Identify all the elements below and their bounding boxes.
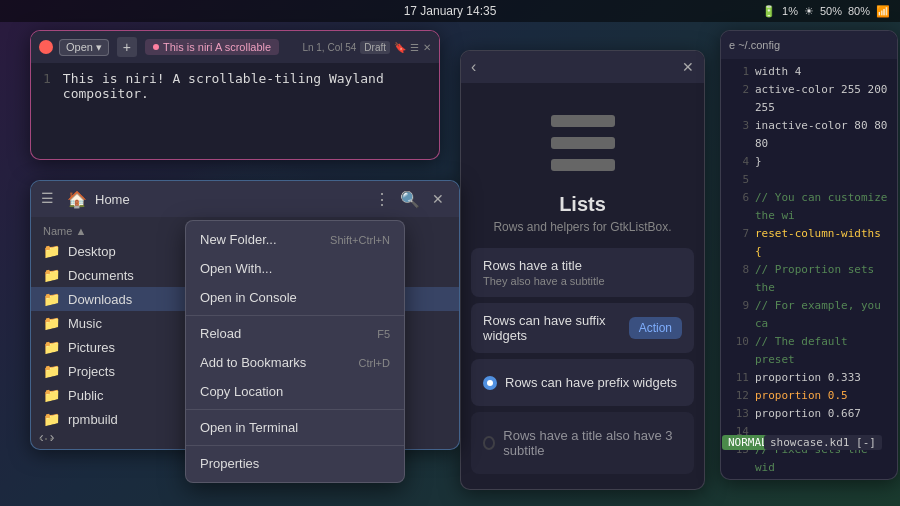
ctx-new-folder[interactable]: New Folder... Shift+Ctrl+N <box>186 225 404 254</box>
topbar: 17 January 14:35 🔋 1% ☀ 50% 80% 📶 <box>0 0 900 22</box>
lists-icon-area <box>461 83 704 193</box>
ctx-item-label: Copy Location <box>200 384 283 399</box>
fm-more-items-icon: ⋯ <box>38 429 54 448</box>
editor-window: Open ▾ + This is niri A scrollable Ln 1,… <box>30 30 440 160</box>
editor-content: 1 This is niri! A scrollable-tiling Wayl… <box>31 63 439 109</box>
ctx-shortcut: Ctrl+D <box>359 357 390 369</box>
ctx-separator-3 <box>186 445 404 446</box>
code-window: e ~/.config 1width 4 2active-color 255 2… <box>720 30 898 480</box>
fm-close-button[interactable]: ✕ <box>427 188 449 210</box>
svg-rect-0 <box>551 115 615 127</box>
editor-bookmark-icon: 🔖 <box>394 42 406 53</box>
editor-menu-icon[interactable]: ☰ <box>410 42 419 53</box>
code-line: 3inactive-color 80 80 80 <box>721 117 897 153</box>
editor-close-button[interactable] <box>39 40 53 54</box>
editor-line-number: 1 <box>43 71 51 101</box>
ctx-item-label: New Folder... <box>200 232 277 247</box>
fm-filename: rpmbuild <box>68 412 118 427</box>
fm-nav-buttons: ‹ › ⋯ <box>31 425 62 449</box>
folder-icon: 📁 <box>43 363 60 379</box>
lists-close-button[interactable]: ✕ <box>682 59 694 75</box>
code-line: 10 // The default preset <box>721 333 897 369</box>
code-line: 11 proportion 0.333 <box>721 369 897 387</box>
lists-row4-title: Rows have a title also have 3 subtitle <box>503 428 682 458</box>
ctx-separator-2 <box>186 409 404 410</box>
lists-back-button[interactable]: ‹ <box>471 58 476 76</box>
ctx-shortcut: F5 <box>377 328 390 340</box>
lists-row1-title: Rows have a title <box>483 258 682 273</box>
code-line: 4} <box>721 153 897 171</box>
brightness-percent: 50% <box>820 5 842 17</box>
svg-rect-2 <box>551 159 615 171</box>
fm-filename: Music <box>68 316 102 331</box>
code-line: 6// You can customize the wi <box>721 189 897 225</box>
lists-row1-sub: They also have a subtitle <box>483 275 682 287</box>
ctx-item-label: Add to Bookmarks <box>200 355 306 370</box>
ctx-open-with[interactable]: Open With... <box>186 254 404 283</box>
ctx-open-console[interactable]: Open in Console <box>186 283 404 312</box>
topbar-right: 🔋 1% ☀ 50% 80% 📶 <box>762 5 890 18</box>
vim-filename-badge: showcase.kd1 [-] <box>764 435 882 450</box>
folder-icon: 📁 <box>43 243 60 259</box>
fm-titlebar: ☰ 🏠 Home ⋮ 🔍 ✕ <box>31 181 459 217</box>
fm-search-button[interactable]: 🔍 <box>399 188 421 210</box>
editor-tab-dot <box>153 44 159 50</box>
ctx-copy-location[interactable]: Copy Location <box>186 377 404 406</box>
ctx-add-bookmarks[interactable]: Add to Bookmarks Ctrl+D <box>186 348 404 377</box>
lists-row-title-subtitle: Rows have a title They also have a subti… <box>471 248 694 297</box>
ctx-shortcut: Shift+Ctrl+N <box>330 234 390 246</box>
code-line: 2active-color 255 200 255 <box>721 81 897 117</box>
lists-radio-empty <box>483 436 495 450</box>
lists-row-prefix-empty[interactable]: Rows have a title also have 3 subtitle <box>471 412 694 474</box>
code-line: 9 // For example, you ca <box>721 297 897 333</box>
code-line: 5 <box>721 171 897 189</box>
lists-subtitle: Rows and helpers for GtkListBox. <box>461 220 704 234</box>
editor-newtab-button[interactable]: + <box>117 37 137 57</box>
ctx-properties[interactable]: Properties <box>186 449 404 478</box>
editor-title-group: Open ▾ + This is niri A scrollable <box>59 37 296 57</box>
folder-icon: 📁 <box>43 339 60 355</box>
lists-row-prefix-selected[interactable]: Rows can have prefix widgets <box>471 359 694 406</box>
editor-text: This is niri! A scrollable-tiling Waylan… <box>63 71 427 101</box>
ctx-reload[interactable]: Reload F5 <box>186 319 404 348</box>
editor-open-button[interactable]: Open ▾ <box>59 39 109 56</box>
fm-filename: Desktop <box>68 244 116 259</box>
code-line: 16 // fixed 1920 <box>721 477 897 480</box>
lists-row-suffix: Rows can have suffix widgets Action <box>471 303 694 353</box>
fm-more-button[interactable]: ⋮ <box>371 188 393 210</box>
code-titlebar: e ~/.config <box>721 31 897 59</box>
code-line: 13 proportion 0.667 <box>721 405 897 423</box>
editor-tab[interactable]: This is niri A scrollable <box>145 39 279 55</box>
context-menu: New Folder... Shift+Ctrl+N Open With... … <box>185 220 405 483</box>
battery-icon: 🔋 <box>762 5 776 18</box>
fm-sidebar-toggle-icon[interactable]: ☰ <box>41 190 59 208</box>
lists-window: ‹ ✕ Lists Rows and helpers for GtkListBo… <box>460 50 705 490</box>
lists-radio-selected <box>483 376 497 390</box>
ctx-item-label: Reload <box>200 326 241 341</box>
fm-filename: Downloads <box>68 292 132 307</box>
ctx-separator <box>186 315 404 316</box>
lists-prefix-row-empty: Rows have a title also have 3 subtitle <box>483 422 682 464</box>
editor-status-badge: Draft <box>360 41 390 54</box>
fm-title: Home <box>95 192 130 207</box>
fm-filename: Pictures <box>68 340 115 355</box>
editor-titlebar: Open ▾ + This is niri A scrollable Ln 1,… <box>31 31 439 63</box>
fm-filename: Documents <box>68 268 134 283</box>
wifi-icon: 📶 <box>876 5 890 18</box>
editor-close-icon[interactable]: ✕ <box>423 42 431 53</box>
lists-heading: Lists <box>461 193 704 216</box>
lists-titlebar: ‹ ✕ <box>461 51 704 83</box>
ctx-open-terminal[interactable]: Open in Terminal <box>186 413 404 442</box>
folder-icon: 📁 <box>43 291 60 307</box>
lists-row2-title: Rows can have suffix widgets <box>483 313 629 343</box>
fm-actions: ⋮ 🔍 ✕ <box>371 188 449 210</box>
lists-row2: Rows can have suffix widgets Action <box>483 313 682 343</box>
editor-line-col: Ln 1, Col 54 <box>302 42 356 53</box>
lists-action-button[interactable]: Action <box>629 317 682 339</box>
code-line: 1width 4 <box>721 63 897 81</box>
ctx-item-label: Open in Terminal <box>200 420 298 435</box>
fm-col-name: Name ▲ <box>43 225 86 237</box>
code-content: 1width 4 2active-color 255 200 255 3inac… <box>721 59 897 480</box>
code-line: 12 proportion 0.5 <box>721 387 897 405</box>
fm-filename: Projects <box>68 364 115 379</box>
